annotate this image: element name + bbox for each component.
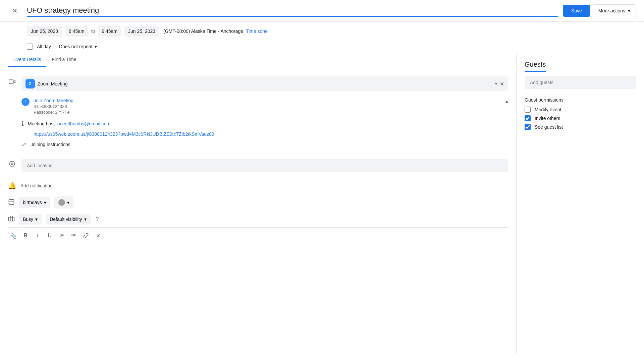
allday-row: All day Does not repeat: [0, 41, 644, 53]
host-email-link[interactable]: aceofthumbs@gmail.com: [57, 121, 110, 126]
start-date-button[interactable]: Jun 25, 2023: [27, 26, 62, 37]
underline-button[interactable]: U: [44, 230, 55, 241]
color-circle: [58, 199, 65, 206]
zoom-small-icon: Z: [21, 98, 30, 106]
status-button[interactable]: Busy: [19, 214, 42, 225]
zoom-link-row: https://us05web.zoom.us/j/83000124323?pw…: [21, 130, 508, 138]
zoom-meeting-info: Join Zoom Meeting ID: 83000124323 Passco…: [34, 98, 501, 115]
modify-event-checkbox[interactable]: [525, 107, 531, 113]
allday-checkbox[interactable]: [27, 44, 33, 50]
attachment-button[interactable]: 📎: [8, 230, 19, 241]
svg-rect-7: [9, 217, 14, 221]
chevron-down-icon: [44, 200, 46, 205]
chevron-down-icon: [495, 81, 497, 86]
visibility-row: Busy Default visibility ?: [8, 211, 508, 227]
add-guests-input[interactable]: [525, 76, 636, 89]
end-time-button[interactable]: 9:45am: [98, 26, 121, 37]
calendar-label: birthdays: [23, 200, 42, 205]
color-button[interactable]: [54, 196, 73, 208]
ordered-list-button[interactable]: [56, 230, 67, 241]
see-guest-list-checkbox[interactable]: [525, 124, 531, 130]
main-content: Event Details Find a Time Z Zoom Meeting…: [0, 53, 644, 354]
tab-event-details[interactable]: Event Details: [8, 53, 46, 67]
more-actions-button[interactable]: More actions: [593, 4, 636, 17]
to-label: to: [91, 28, 95, 34]
invite-others-checkbox[interactable]: [525, 115, 531, 121]
svg-point-15: [72, 235, 72, 236]
chevron-up-icon: [505, 98, 508, 104]
chevron-down-icon: [628, 8, 630, 13]
joining-instructions-row: ⤢ Joining instructions: [21, 138, 508, 151]
joining-instructions-link[interactable]: Joining instructions: [31, 142, 70, 147]
tab-find-a-time[interactable]: Find a Time: [46, 53, 82, 67]
external-link-icon: ⤢: [21, 141, 26, 148]
zoom-passcode: Passcode: 2iYRFe: [34, 110, 501, 115]
tabs: Event Details Find a Time: [8, 53, 508, 67]
close-button[interactable]: ✕: [8, 4, 21, 17]
bold-button[interactable]: B: [20, 230, 31, 241]
visibility-button[interactable]: Default visibility: [46, 214, 90, 225]
zoom-meeting-row: Z Join Zoom Meeting ID: 83000124323 Pass…: [21, 95, 508, 117]
location-content: [21, 159, 508, 172]
permission-see-guest-list: See guest list: [525, 124, 636, 130]
add-notification-button[interactable]: Add notification: [20, 183, 53, 188]
modify-event-label[interactable]: Modify event: [535, 107, 561, 112]
svg-point-2: [11, 163, 13, 165]
svg-point-14: [72, 234, 72, 234]
see-guest-list-label[interactable]: See guest list: [535, 124, 563, 130]
zoom-label: Zoom Meeting: [38, 81, 492, 86]
location-input[interactable]: [21, 159, 508, 172]
svg-rect-3: [9, 199, 14, 204]
bell-icon: 🔔: [8, 182, 16, 190]
briefcase-icon: [8, 215, 15, 224]
chevron-down-icon: [35, 217, 38, 222]
remove-format-button[interactable]: ✕: [93, 230, 103, 241]
status-label: Busy: [23, 217, 33, 222]
end-date-button[interactable]: Jun 25, 2023: [124, 26, 159, 37]
chevron-down-icon: [84, 217, 87, 222]
start-time-button[interactable]: 6:45am: [65, 26, 89, 37]
permission-modify-event: Modify event: [525, 107, 636, 113]
more-actions-label: More actions: [598, 8, 625, 13]
repeat-label: Does not repeat: [59, 44, 93, 49]
event-title-input[interactable]: [27, 5, 558, 17]
help-icon[interactable]: ?: [96, 216, 99, 222]
top-bar: ✕ Save More actions: [0, 0, 644, 22]
unordered-list-button[interactable]: [68, 230, 79, 241]
calendar-row: birthdays: [8, 194, 508, 211]
info-icon: ℹ: [21, 120, 24, 127]
join-zoom-link[interactable]: Join Zoom Meeting: [34, 98, 73, 103]
allday-label[interactable]: All day: [37, 44, 51, 49]
svg-rect-1: [9, 80, 13, 84]
save-button[interactable]: Save: [563, 5, 590, 17]
video-field-row: Z Zoom Meeting ✕ Z Join Zoom Meeting ID:…: [8, 74, 508, 154]
host-row: ℹ Meeting host: aceofthumbs@gmail.com: [21, 117, 508, 130]
permissions-title: Guest permissions: [525, 97, 636, 103]
notification-row: 🔔 Add notification: [8, 178, 508, 194]
zoom-close-button[interactable]: ✕: [500, 81, 504, 87]
collapse-button[interactable]: [505, 98, 508, 104]
zoom-dropdown-button[interactable]: [495, 81, 497, 86]
svg-point-16: [72, 237, 72, 237]
location-icon: [8, 160, 16, 168]
italic-button[interactable]: I: [32, 230, 43, 241]
link-button[interactable]: [80, 230, 91, 241]
toolbar-row: 📎 B I U ✕: [8, 227, 508, 244]
zoom-details: Z Join Zoom Meeting ID: 83000124323 Pass…: [21, 91, 508, 151]
calendar-icon: [8, 198, 15, 207]
zoom-id: ID: 83000124323: [34, 104, 501, 109]
timezone-button[interactable]: Time zone: [246, 28, 268, 34]
location-field-row: [8, 156, 508, 175]
permission-invite-others: Invite others: [525, 115, 636, 121]
chevron-down-icon: [67, 200, 69, 205]
repeat-button[interactable]: Does not repeat: [55, 42, 101, 51]
invite-others-label[interactable]: Invite others: [535, 116, 560, 121]
right-panel: Guests Guest permissions Modify event In…: [517, 53, 644, 354]
timezone-display: (GMT-08:00) Alaska Time - Anchorage: [163, 28, 243, 34]
host-text: Meeting host: aceofthumbs@gmail.com: [28, 121, 110, 126]
zoom-field-content: Z Zoom Meeting ✕ Z Join Zoom Meeting ID:…: [21, 76, 508, 151]
calendar-select-button[interactable]: birthdays: [19, 197, 50, 208]
zoom-url-link[interactable]: https://us05web.zoom.us/j/83000124323?pw…: [34, 131, 214, 137]
svg-marker-0: [13, 80, 15, 83]
top-actions: Save More actions: [563, 4, 636, 17]
